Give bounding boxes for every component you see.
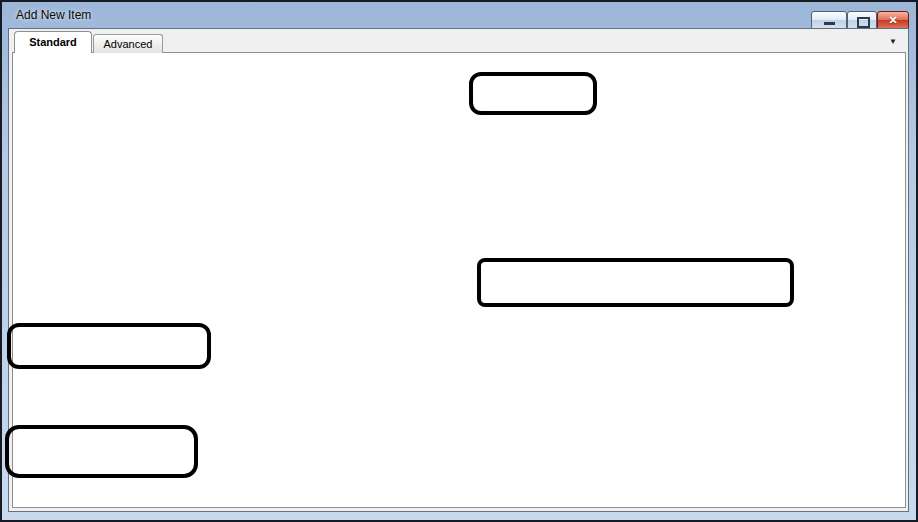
minimize-icon — [824, 22, 835, 25]
standard-tab-page — [12, 52, 906, 508]
window-title: Add New Item — [16, 8, 91, 22]
chevron-down-icon[interactable]: ▼ — [889, 37, 897, 46]
tab-standard[interactable]: Standard — [14, 31, 92, 53]
close-icon: ✕ — [878, 14, 908, 27]
add-new-item-dialog: Add New Item ✕ Standard Advanced ▼ Contr… — [0, 0, 918, 522]
tab-advanced[interactable]: Advanced — [93, 34, 163, 53]
maximize-icon — [857, 17, 870, 28]
